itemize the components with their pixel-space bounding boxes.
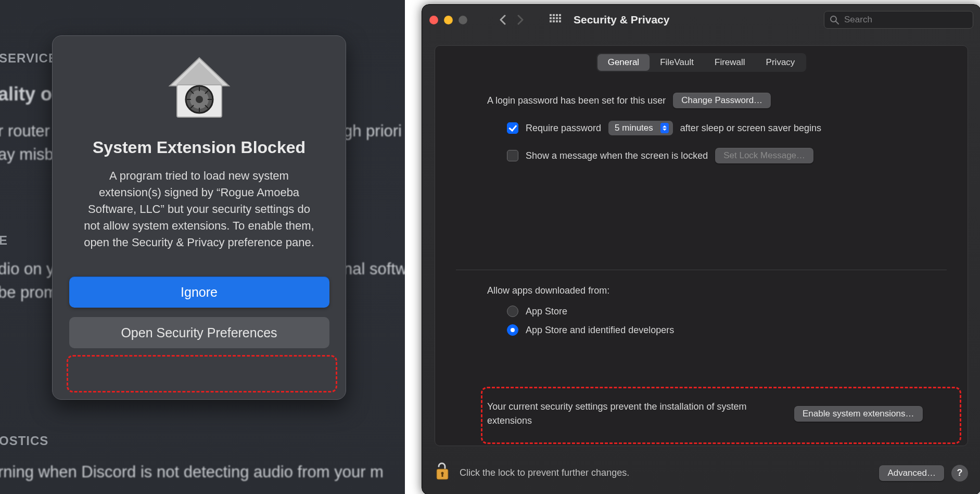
require-password-delay-value: 5 minutes (615, 123, 653, 133)
radio-appstore[interactable] (507, 306, 518, 317)
bg-text-software: nal softw (343, 258, 405, 281)
window-traffic-lights (429, 16, 467, 24)
enable-system-extensions-button[interactable]: Enable system extensions… (794, 406, 923, 422)
require-password-post: after sleep or screen saver begins (680, 123, 821, 134)
dialog-body-text: A program tried to load new system exten… (80, 168, 319, 250)
radio-appstore-identified-developers[interactable] (507, 324, 518, 336)
close-window-button[interactable] (429, 16, 438, 24)
show-message-checkbox[interactable] (507, 150, 518, 161)
show-all-preferences-button[interactable] (550, 14, 561, 26)
security-privacy-window: Security & Privacy General FileVault Fir… (422, 4, 980, 494)
minimize-window-button[interactable] (444, 16, 453, 24)
require-password-checkbox[interactable] (507, 122, 518, 134)
svg-line-15 (836, 21, 838, 24)
chevron-updown-icon (660, 123, 669, 133)
radio-appstore-label: App Store (526, 306, 567, 317)
tab-bar: General FileVault Firewall Privacy (596, 53, 807, 72)
lock-icon[interactable] (435, 462, 450, 484)
require-password-delay-select[interactable]: 5 minutes (608, 121, 673, 135)
svg-point-13 (196, 96, 203, 103)
radio-appstore-dev-label: App Store and identified developers (526, 325, 674, 336)
advanced-button[interactable]: Advanced… (879, 465, 944, 481)
bg-text-audio1: dio on y (0, 258, 55, 281)
bg-heading-audio: E (0, 232, 8, 250)
bg-heading-diagnostics: OSTICS (0, 432, 48, 450)
preferences-footer: Click the lock to prevent further change… (435, 462, 968, 484)
system-extensions-blocked-message: Your current security settings prevent t… (487, 400, 779, 428)
section-divider (456, 270, 947, 270)
search-icon (830, 15, 839, 24)
tab-general[interactable]: General (597, 54, 650, 71)
require-password-pre: Require password (526, 123, 601, 134)
system-extension-blocked-dialog: System Extension Blocked A program tried… (52, 35, 346, 400)
svg-rect-19 (442, 473, 443, 477)
content-panel: General FileVault Firewall Privacy A log… (435, 45, 968, 446)
tab-filevault[interactable]: FileVault (650, 54, 704, 71)
titlebar: Security & Privacy (422, 5, 980, 35)
back-button[interactable] (498, 15, 508, 25)
bg-text-footer: rning when Discord is not detecting audi… (0, 461, 384, 484)
open-security-preferences-label: Open Security Preferences (121, 325, 277, 340)
bg-text-router1: r router t (0, 120, 59, 143)
set-lock-message-button[interactable]: Set Lock Message… (715, 148, 813, 163)
change-password-button[interactable]: Change Password… (673, 93, 771, 108)
open-security-preferences-button[interactable]: Open Security Preferences (69, 317, 329, 348)
bg-heading-service: SERVICE (0, 49, 57, 68)
window-title: Security & Privacy (574, 14, 669, 26)
lock-status-message: Click the lock to prevent further change… (460, 467, 629, 478)
login-password-section: A login password has been set for this u… (487, 93, 952, 176)
tab-privacy[interactable]: Privacy (756, 54, 806, 71)
tab-firewall[interactable]: Firewall (704, 54, 756, 71)
search-field-wrap[interactable] (824, 11, 973, 29)
security-house-icon (166, 55, 233, 122)
bg-text-priority: gh priori (343, 120, 402, 143)
system-extensions-section: Your current security settings prevent t… (487, 400, 952, 428)
bg-text-audio2: be prom (0, 281, 57, 305)
help-button[interactable]: ? (951, 465, 968, 482)
search-input[interactable] (843, 14, 968, 26)
zoom-window-button[interactable] (459, 16, 467, 24)
forward-button[interactable] (515, 15, 526, 25)
left-background-panel: SERVICE ality of S r router t ay misbe g… (0, 0, 405, 494)
login-password-message: A login password has been set for this u… (487, 95, 666, 106)
allow-apps-heading: Allow apps downloaded from: (487, 285, 609, 296)
allow-apps-section: Allow apps downloaded from: App Store Ap… (487, 285, 952, 348)
show-message-label: Show a message when the screen is locked (526, 150, 708, 161)
ignore-button[interactable]: Ignore (69, 276, 329, 308)
dialog-title: System Extension Blocked (93, 138, 306, 157)
